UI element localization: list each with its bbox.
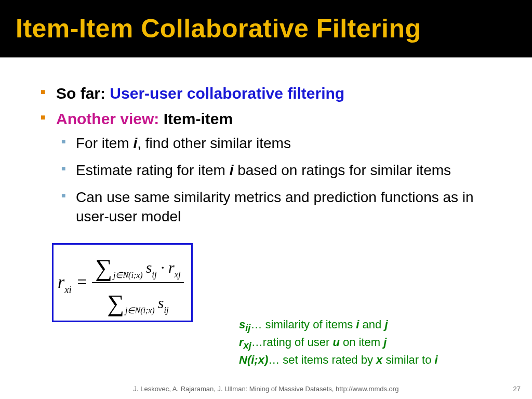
- sub1-a: For item: [76, 135, 133, 151]
- bullet-another: Another view: Item-item: [36, 109, 496, 130]
- fraction: ∑ j∈N(i;x) sij · rxj ∑ j∈N(i;x) sij: [92, 249, 183, 316]
- sigma-num: ∑: [95, 252, 112, 284]
- subbullet-1: For item i, find other similar items: [36, 134, 496, 153]
- slide: Item-Item Collaborative Filtering So far…: [0, 0, 532, 399]
- l2-a: r: [239, 336, 244, 349]
- s-den-sub: ij: [164, 305, 168, 315]
- l1-sub: ij: [245, 322, 250, 333]
- l3-c: similar to: [382, 353, 434, 366]
- l1-j: j: [384, 318, 388, 331]
- dot: ·: [157, 259, 169, 276]
- denominator: ∑ j∈N(i;x) sij: [104, 284, 171, 316]
- sumsub-den: j∈N(i;x): [125, 305, 155, 316]
- sub2-b: based on ratings for similar items: [233, 162, 451, 178]
- sigma-den: ∑: [107, 287, 124, 320]
- l1-a: s: [239, 318, 245, 331]
- footer-citation: J. Leskovec, A. Rajaraman, J. Ullman: Mi…: [0, 385, 532, 393]
- sumsub-num: j∈N(i;x): [113, 270, 143, 281]
- l3-a: N(i;x): [239, 353, 268, 366]
- page-number: 27: [513, 385, 521, 393]
- l2-sub: xj: [244, 340, 251, 351]
- another-label: Another view:: [56, 110, 164, 127]
- r: r: [168, 259, 175, 276]
- num-terms: sij · rxj: [146, 257, 181, 280]
- formula-lhs: rxi =: [58, 270, 92, 295]
- legend-line-1: sij… similarity of items i and j: [239, 317, 438, 335]
- slide-title: Item-Item Collaborative Filtering: [16, 14, 421, 44]
- sub2-a: Estimate rating for item: [76, 162, 230, 178]
- another-value: Item-item: [164, 110, 233, 127]
- title-bar: Item-Item Collaborative Filtering: [0, 0, 532, 57]
- s-sub: ij: [152, 270, 156, 280]
- r-sub: xj: [175, 270, 181, 280]
- l3-i: i: [435, 353, 438, 366]
- sofar-label: So far:: [56, 85, 110, 102]
- l2-j: j: [383, 336, 387, 349]
- legend-line-2: rxj…rating of user u on item j: [239, 335, 438, 352]
- legend: sij… similarity of items i and j rxj…rat…: [239, 317, 438, 368]
- l2-b: …rating of user: [251, 336, 333, 349]
- numerator: ∑ j∈N(i;x) sij · rxj: [92, 249, 183, 281]
- subbullet-3: Can use same similarity metrics and pred…: [36, 188, 496, 227]
- s: s: [146, 259, 152, 276]
- l3-b: … set items rated by: [268, 353, 376, 366]
- l1-c: and: [359, 318, 384, 331]
- bullet-list: So far: User-user collaborative filterin…: [36, 83, 496, 227]
- eq: =: [72, 272, 88, 291]
- l2-c: on item: [340, 336, 383, 349]
- subbullet-2: Estimate rating for item i based on rati…: [36, 161, 496, 180]
- l2-u: u: [332, 336, 339, 349]
- sofar-value: User-user collaborative filtering: [110, 85, 344, 102]
- formula-box: rxi = ∑ j∈N(i;x) sij · rxj ∑ j∈N(i;x): [52, 243, 193, 322]
- den-terms: sij: [158, 292, 169, 315]
- s-den: s: [158, 294, 164, 311]
- legend-line-3: N(i;x)… set items rated by x similar to …: [239, 352, 438, 368]
- l3-x: x: [376, 353, 382, 366]
- content-area: So far: User-user collaborative filterin…: [0, 58, 532, 322]
- formula: rxi = ∑ j∈N(i;x) sij · rxj ∑ j∈N(i;x): [58, 249, 184, 316]
- sub1-b: , find other similar items: [137, 135, 291, 151]
- bullet-sofar: So far: User-user collaborative filterin…: [36, 83, 496, 104]
- lhs-r: r: [58, 272, 64, 291]
- lhs-sub: xi: [64, 284, 72, 295]
- l1-b: … similarity of items: [250, 318, 356, 331]
